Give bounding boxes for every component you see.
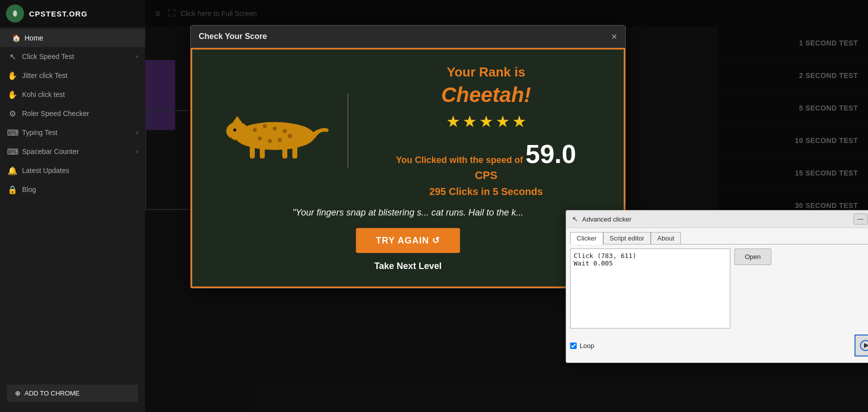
cursor-icon: ↖ (572, 215, 578, 223)
svg-point-5 (228, 132, 234, 136)
home-label: Home (25, 34, 43, 42)
adv-action-buttons (854, 334, 868, 356)
svg-point-11 (268, 139, 272, 143)
sidebar-item-label: Blog (22, 186, 36, 194)
svg-rect-14 (250, 146, 255, 158)
score-content: Your Rank is Cheetah! ★ ★ ★ ★ ★ You Clic… (207, 64, 609, 198)
sidebar-item-label: Latest Updates (22, 166, 69, 174)
sidebar-item-click-speed-test[interactable]: ↖ Click Speed Test ‹ (0, 47, 145, 66)
rank-name: Cheetah! (441, 83, 531, 107)
score-modal-close-button[interactable]: × (611, 32, 617, 42)
score-modal-header: Check Your Score × (191, 26, 625, 48)
svg-point-4 (233, 128, 236, 132)
logo-icon (6, 4, 24, 22)
script-textarea[interactable]: Click (783, 611) Wait 0.005 (570, 248, 730, 328)
quote-text: "Your fingers snap at blistering s... ca… (282, 208, 534, 218)
sidebar-item-jitter-click-test[interactable]: ✋ Jitter click Test (0, 66, 145, 85)
rank-info: Your Rank is Cheetah! ★ ★ ★ ★ ★ You Clic… (363, 64, 609, 198)
sidebar-item-typing-test[interactable]: ⌨ Typing Test ‹ (0, 123, 145, 142)
score-modal: Check Your Score × (190, 25, 626, 288)
sidebar-item-blog[interactable]: 🔒 Blog (0, 180, 145, 199)
svg-point-13 (288, 134, 292, 138)
svg-rect-17 (292, 146, 297, 158)
chrome-icon: ⊕ (15, 390, 21, 397)
minimize-button[interactable]: — (853, 214, 867, 224)
adv-clicker-body: Clicker Script editor About Click (783, … (566, 228, 868, 362)
loop-checkbox[interactable] (570, 342, 577, 349)
chevron-icon: ‹ (136, 129, 138, 136)
svg-rect-16 (282, 147, 287, 158)
adv-clicker-title-row: ↖ Advanced clicker (572, 215, 631, 223)
sidebar-item-label: Typing Test (22, 128, 58, 136)
updates-icon: 🔔 (8, 166, 17, 175)
divider (347, 94, 348, 168)
play-button[interactable] (854, 334, 868, 356)
tab-about[interactable]: About (651, 232, 681, 244)
adv-header-buttons: — □ ✕ (853, 214, 868, 224)
advanced-clicker-dialog: ↖ Advanced clicker — □ ✕ Clicker Script … (566, 210, 868, 363)
sidebar-item-spacebar-counter[interactable]: ⌨ Spacebar Counter ‹ (0, 142, 145, 161)
hand-icon: ✋ (8, 71, 17, 80)
stars-row: ★ ★ ★ ★ ★ (446, 112, 527, 131)
gear-icon: ⚙ (8, 109, 17, 118)
clicks-info: 295 Clicks in 5 Seconds (429, 186, 543, 198)
add-chrome-label: ADD TO CHROME (25, 390, 80, 397)
sidebar: CPSTEST.ORG 🏠 Home ↖ Click Speed Test ‹ … (0, 0, 145, 412)
sidebar-item-kohi-click-test[interactable]: ✋ Kohi click test (0, 85, 145, 104)
keyboard-icon: ⌨ (8, 128, 17, 137)
sidebar-item-label: Roler Speed Checker (22, 110, 89, 118)
adv-content: Click (783, 611) Wait 0.005 Open (570, 248, 868, 328)
main-content: ≡ ⛶ Click here to Full Screen 1 SECOND T… (145, 0, 868, 412)
adv-clicker-header: ↖ Advanced clicker — □ ✕ (566, 210, 868, 228)
svg-point-9 (283, 129, 287, 133)
svg-point-1 (235, 122, 315, 150)
sidebar-item-label: Jitter click Test (22, 72, 68, 80)
sidebar-item-label: Kohi click test (22, 90, 65, 98)
adv-tabs: Clicker Script editor About (570, 232, 868, 244)
rank-label: Your Rank is (447, 64, 525, 80)
speed-prefix: You Clicked with the speed of (396, 155, 523, 165)
add-to-chrome-button[interactable]: ⊕ ADD TO CHROME (7, 384, 138, 402)
cheetah-image (207, 94, 332, 168)
home-icon: 🏠 (12, 34, 21, 42)
adv-clicker-title: Advanced clicker (582, 216, 631, 223)
star-5: ★ (512, 112, 527, 131)
open-button[interactable]: Open (734, 248, 771, 265)
score-modal-title: Check Your Score (199, 32, 267, 41)
chevron-icon: ‹ (136, 148, 138, 155)
star-2: ★ (463, 112, 477, 131)
star-3: ★ (479, 112, 494, 131)
hand2-icon: ✋ (8, 90, 17, 99)
sidebar-item-latest-updates[interactable]: 🔔 Latest Updates (0, 161, 145, 180)
svg-point-2 (226, 122, 248, 140)
svg-marker-3 (232, 116, 242, 123)
svg-point-6 (253, 128, 257, 132)
tab-script-editor[interactable]: Script editor (603, 232, 651, 244)
svg-point-12 (278, 138, 282, 142)
tab-clicker[interactable]: Clicker (570, 232, 603, 244)
speed-row: You Clicked with the speed of 59.0 (396, 139, 576, 169)
try-again-button[interactable]: TRY AGAIN ↺ (356, 228, 460, 253)
adv-bottom: Loop (570, 332, 868, 358)
sidebar-item-label: Spacebar Counter (22, 148, 79, 156)
cheetah-svg (210, 101, 330, 161)
spacebar-icon: ⌨ (8, 147, 17, 156)
cps-label: CPS (475, 169, 497, 182)
star-4: ★ (496, 112, 510, 131)
svg-point-10 (258, 136, 262, 140)
score-modal-body: Your Rank is Cheetah! ★ ★ ★ ★ ★ You Clic… (191, 48, 625, 288)
chevron-icon: ‹ (136, 53, 138, 60)
sidebar-item-home[interactable]: 🏠 Home (0, 29, 145, 47)
svg-point-8 (273, 126, 277, 130)
svg-rect-15 (260, 147, 265, 158)
cursor-icon: ↖ (8, 52, 17, 61)
sidebar-item-roler-speed-checker[interactable]: ⚙ Roler Speed Checker (0, 104, 145, 123)
play-icon (860, 340, 868, 351)
svg-point-7 (263, 124, 267, 128)
take-next-level-text: Take Next Level (374, 261, 442, 272)
star-1: ★ (446, 112, 461, 131)
site-title: CPSTEST.ORG (29, 10, 88, 18)
sidebar-item-label: Click Speed Test (22, 52, 74, 60)
loop-label: Loop (580, 342, 594, 350)
lock-icon: 🔒 (8, 185, 17, 194)
